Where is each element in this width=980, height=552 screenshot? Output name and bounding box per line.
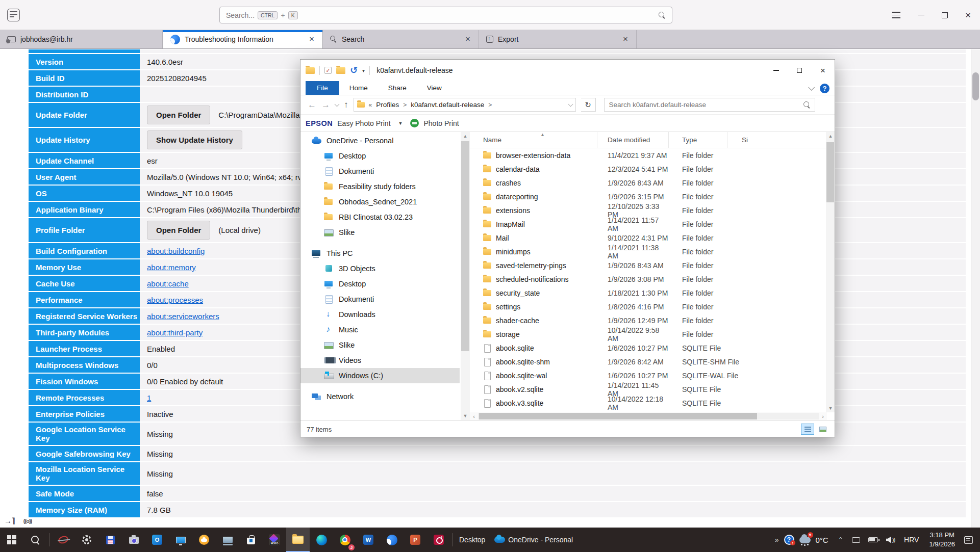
epson-app-label[interactable]: Easy Photo Print [337,119,390,127]
file-list-horizontal-scrollbar[interactable]: ‹ › [470,412,827,420]
this-pc-button[interactable] [169,528,192,552]
scrollbar-thumb[interactable] [972,72,979,100]
nav-item[interactable]: Feasibility study folders [300,179,460,194]
column-header-date[interactable]: Date modified [597,132,669,148]
snipping-tool-button[interactable] [52,528,75,552]
powerpoint-button[interactable]: P [404,528,427,552]
nav-item[interactable]: Windows (C:) [300,368,460,383]
file-row[interactable]: calendar-data 12/3/2024 5:41 PM File fol… [470,162,827,176]
nav-item[interactable]: Downloads [300,307,460,322]
nav-scrollbar-thumb[interactable] [461,141,469,351]
nav-item[interactable]: Videos [300,353,460,368]
file-row[interactable]: browser-extension-data 11/4/2021 9:37 AM… [470,148,827,162]
chrome-button[interactable]: J [333,528,357,552]
row-link[interactable]: about:serviceworkers [147,312,219,321]
start-button[interactable] [0,528,23,552]
weather-icon[interactable]: 5 [799,537,811,543]
up-icon[interactable]: ↑ [344,100,348,110]
nav-item[interactable]: OneDrive - Personal [300,133,460,148]
quick-access-properties-icon[interactable]: ✓ [324,67,332,74]
tab-troubleshooting[interactable]: Troubleshooting Information × [163,30,323,48]
minimize-button[interactable] [918,15,924,16]
breadcrumb-profiles[interactable]: Profiles [376,101,399,109]
column-header-type[interactable]: Type [669,132,727,148]
quick-access-dropdown-icon[interactable]: ▾ [362,68,365,73]
breadcrumb-chevrons[interactable]: « [369,101,372,109]
explorer-search-icon[interactable] [803,101,811,109]
orange-cloud-app-button[interactable] [192,528,216,552]
file-explorer-button[interactable] [286,528,310,552]
nav-item[interactable]: Music [300,322,460,337]
back-icon[interactable]: ← [308,100,316,110]
photo-print-label[interactable]: Photo Print [423,119,459,127]
explorer-maximize-button[interactable] [788,60,811,81]
nav-item[interactable]: Desktop [300,276,460,292]
hscrollbar-thumb[interactable] [479,413,757,419]
tab-export[interactable]: Export × [479,30,637,48]
scroll-right-icon[interactable]: › [819,413,827,419]
scroll-up-icon[interactable]: ▲ [461,132,470,140]
nav-scrollbar[interactable]: ▲ ▼ [461,132,470,420]
epson-dropdown-icon[interactable]: ▼ [398,121,403,126]
outlook-button[interactable]: O [145,528,169,552]
hidden-icons-chevron[interactable]: ⌃ [834,536,848,543]
cast-device-icon[interactable] [852,537,860,543]
speaker-icon[interactable] [886,537,891,543]
file-row[interactable]: extensions 12/10/2025 3:33 PM File folde… [470,203,827,217]
scroll-left-icon[interactable]: ‹ [470,413,478,419]
onedrive-toolbar-label[interactable]: OneDrive - Personal [508,536,577,544]
file-row[interactable]: security_state 1/18/2021 1:30 PM File fo… [470,286,827,300]
taskbar-clock[interactable]: 3:18 PM 1/9/2026 [924,531,960,548]
scroll-down-icon[interactable]: ▼ [826,404,835,412]
nav-item[interactable]: Slike [300,225,460,240]
nav-item[interactable]: Obhodas_Sednet_2021 [300,194,460,209]
quick-access-newfolder-icon[interactable] [336,67,345,74]
nav-item[interactable]: Dokumenti [300,292,460,307]
explorer-close-button[interactable]: × [811,60,835,81]
camera-button[interactable] [122,528,145,552]
file-row[interactable]: minidumps 1/14/2021 11:38 AM File folder [470,245,827,258]
ribbon-tab-home[interactable]: Home [339,81,378,95]
red-camera-app-button[interactable] [427,528,450,552]
file-row[interactable]: scheduled-notifications 1/9/2026 3:08 PM… [470,272,827,286]
ribbon-tab-view[interactable]: View [417,81,452,95]
remote-desktop-button[interactable] [216,528,239,552]
taskbar-search-button[interactable] [23,528,47,552]
row-link[interactable]: 1 [147,393,151,402]
file-row[interactable]: settings 1/8/2026 4:16 PM File folder [470,300,827,313]
spaces-toolbar-icon[interactable] [7,9,20,21]
settings-button[interactable] [75,528,98,552]
action-center-icon[interactable] [964,536,973,544]
tab-close-icon[interactable]: × [622,34,629,44]
thunderbird-button[interactable] [380,528,404,552]
row-button[interactable]: Open Folder [147,106,210,124]
recent-locations-icon[interactable] [335,101,340,107]
temperature-label[interactable]: 0°C [814,536,834,544]
thunderbird-scrollbar[interactable] [971,49,980,528]
help-icon[interactable]: ? [820,84,830,93]
address-dropdown-icon[interactable] [568,101,573,107]
tab-close-icon[interactable]: × [464,34,471,44]
broadcast-icon[interactable]: ((o)) [23,518,32,524]
file-scrollbar-thumb[interactable] [826,142,834,202]
signon-icon[interactable]: →⌉ [4,516,15,525]
ribbon-tab-share[interactable]: Share [378,81,417,95]
scroll-down-icon[interactable]: ▼ [461,412,470,420]
row-button[interactable]: Open Folder [147,221,210,240]
ribbon-expand-icon[interactable] [808,84,815,91]
battery-icon[interactable] [868,537,878,542]
nav-item[interactable]: This PC [300,246,460,261]
app-menu-icon[interactable] [892,10,900,20]
desktop-toolbar-label[interactable]: Desktop [455,536,489,544]
restore-button[interactable] [942,12,948,18]
forward-icon[interactable]: → [321,100,330,110]
file-row[interactable]: saved-telemetry-pings 1/9/2026 8:43 AM F… [470,258,827,272]
scroll-up-icon[interactable]: ▲ [826,132,835,140]
save-app-button[interactable] [98,528,122,552]
file-row[interactable]: abook.sqlite 1/6/2026 10:27 PM SQLITE Fi… [470,341,827,355]
m365-copilot-button[interactable]: M365 [263,528,286,552]
column-header-size[interactable]: Si [727,132,835,148]
word-button[interactable]: W [357,528,380,552]
edge-button[interactable] [310,528,333,552]
file-row[interactable]: storage 10/14/2022 9:58 AM File folder [470,327,827,341]
